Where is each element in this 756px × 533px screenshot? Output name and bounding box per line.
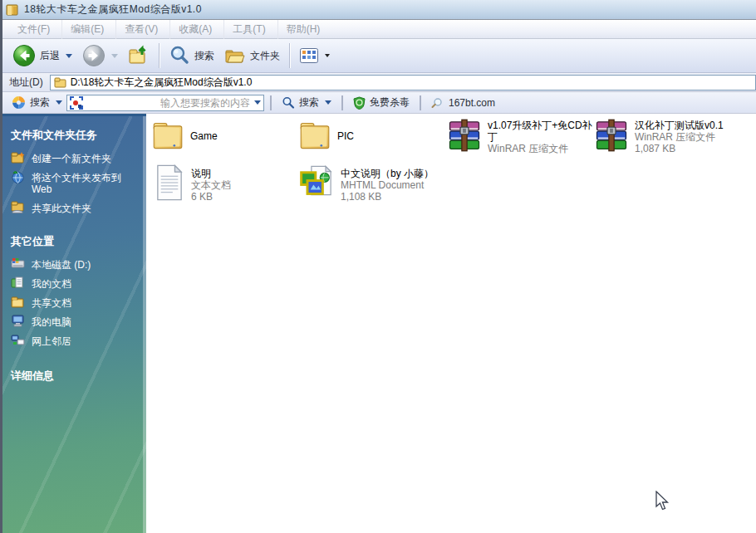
- folders-button[interactable]: 文件夹: [219, 42, 285, 69]
- site-magnifier-icon: [431, 97, 444, 109]
- toolbar-separator-1: [159, 43, 160, 68]
- search-input-dropdown-icon[interactable]: [254, 100, 261, 105]
- file-name: 说明: [191, 168, 231, 179]
- place-local-disk[interactable]: 本地磁盘 (D:): [11, 257, 140, 271]
- mhtml-document-icon: [299, 164, 334, 201]
- views-dropdown-icon[interactable]: [325, 54, 330, 57]
- publish-web-icon: [11, 170, 25, 184]
- menu-favorites[interactable]: 收藏(A): [170, 20, 224, 39]
- magnifier-icon: [282, 96, 295, 110]
- file-tile-shuoming[interactable]: 说明 文本文档 6 KB: [155, 164, 231, 203]
- search-input[interactable]: [86, 97, 250, 109]
- file-name: Game: [190, 119, 218, 142]
- site-label: 167bt.com: [449, 97, 495, 109]
- forward-button[interactable]: [77, 42, 123, 70]
- network-places-icon: [11, 334, 25, 346]
- toolbar-search-dropdown-icon[interactable]: [325, 100, 331, 105]
- searchbar-separator-1: [270, 95, 272, 110]
- new-folder-icon: [11, 151, 25, 164]
- file-size: 6 KB: [191, 191, 231, 203]
- swirl-search-button[interactable]: 搜索: [7, 94, 66, 111]
- place-label: 网上邻居: [32, 334, 71, 347]
- file-tile-zhongwen-shuoming[interactable]: 中文说明（by 小藤） MHTML Document 1,108 KB: [299, 164, 474, 203]
- antivirus-label: 免费杀毒: [370, 95, 410, 110]
- details-header: 详细信息: [11, 369, 140, 384]
- searchbar-separator-2: [341, 95, 343, 110]
- file-type: 文本文档: [191, 179, 231, 191]
- my-documents-icon: [11, 276, 25, 289]
- capture-icon[interactable]: [70, 96, 83, 110]
- toolbar-separator-2: [289, 43, 290, 68]
- place-my-computer[interactable]: 我的电脑: [11, 315, 140, 328]
- address-bar: 地址(D) D:\18轮大卡车之金属疯狂Mod综合版v1.0: [2, 73, 756, 92]
- task-publish-web[interactable]: 将这个文件夹发布到 Web: [11, 170, 140, 195]
- disk-drive-icon: [11, 257, 25, 269]
- places-header: 其它位置: [11, 234, 140, 249]
- views-button[interactable]: [294, 43, 335, 68]
- place-shared-documents[interactable]: 共享文档: [11, 296, 140, 309]
- place-my-documents[interactable]: 我的文档: [11, 276, 140, 290]
- file-name: PIC: [337, 119, 354, 142]
- views-grid-icon: [299, 46, 319, 66]
- text-document-icon: [155, 164, 184, 201]
- shared-documents-icon: [11, 296, 25, 308]
- file-type: WinRAR 压缩文件: [635, 131, 751, 143]
- menu-file[interactable]: 文件(F): [9, 20, 62, 39]
- standard-toolbar: 后退 搜索: [2, 39, 756, 73]
- toolbar-search-button[interactable]: 搜索: [277, 94, 336, 111]
- site-link[interactable]: 167bt.com: [427, 95, 499, 110]
- file-tile-rar-v107[interactable]: v1.07升级补丁+免CD补丁 WinRAR 压缩文件: [448, 119, 594, 154]
- back-label: 后退: [40, 49, 60, 63]
- back-icon: [12, 44, 36, 67]
- content-area: 文件和文件夹任务 创建一个新文件夹 将这个文件夹发布到 Web: [2, 114, 756, 533]
- file-type: WinRAR 压缩文件: [488, 143, 594, 154]
- file-name: v1.07升级补丁+免CD补丁: [488, 120, 594, 143]
- toolbar-search-field[interactable]: [66, 95, 264, 111]
- menu-bar: 文件(F) 编辑(E) 查看(V) 收藏(A) 工具(T) 帮助(H): [2, 20, 756, 39]
- file-tile-game[interactable]: Game: [152, 119, 218, 152]
- menu-view[interactable]: 查看(V): [116, 20, 170, 39]
- place-label: 共享文档: [32, 296, 71, 309]
- place-label: 我的文档: [32, 276, 71, 290]
- window-title: 18轮大卡车之金属疯狂Mod综合版v1.0: [24, 2, 202, 17]
- tasks-header: 文件和文件夹任务: [11, 128, 140, 143]
- file-tile-pic[interactable]: PIC: [299, 119, 354, 152]
- task-label: 共享此文件夹: [32, 201, 91, 214]
- file-tile-rar-hanhua[interactable]: 汉化补丁测试版v0.1 WinRAR 压缩文件 1,087 KB: [595, 119, 751, 154]
- search-icon: [169, 45, 190, 66]
- swirl-search-label: 搜索: [30, 95, 50, 110]
- menu-help[interactable]: 帮助(H): [278, 20, 332, 39]
- place-network[interactable]: 网上邻居: [11, 334, 140, 347]
- searchbar-separator-3: [420, 95, 421, 110]
- folder-up-icon: [128, 45, 150, 66]
- folder-icon: [299, 119, 331, 152]
- back-button[interactable]: 后退: [7, 42, 77, 70]
- menu-edit[interactable]: 编辑(E): [62, 20, 116, 39]
- swirl-search-dropdown-icon[interactable]: [56, 100, 62, 105]
- file-type: MHTML Document: [341, 179, 474, 191]
- winrar-archive-icon: [448, 119, 481, 152]
- file-list-area: Game PIC: [146, 114, 756, 533]
- task-label: 将这个文件夹发布到 Web: [32, 170, 130, 195]
- task-share-folder[interactable]: 共享此文件夹: [11, 201, 140, 214]
- menu-tools[interactable]: 工具(T): [224, 20, 277, 39]
- search-toolbar: 搜索 搜索 免费杀毒: [2, 92, 756, 114]
- explorer-window: 18轮大卡车之金属疯狂Mod综合版v1.0 文件(F) 编辑(E) 查看(V) …: [0, 0, 756, 533]
- back-dropdown-icon[interactable]: [66, 54, 72, 58]
- share-folder-icon: [11, 201, 25, 213]
- place-label: 我的电脑: [32, 315, 71, 328]
- file-name: 汉化补丁测试版v0.1: [635, 120, 751, 131]
- antivirus-button[interactable]: 免费杀毒: [349, 94, 414, 111]
- address-label: 地址(D): [9, 76, 43, 90]
- search-button[interactable]: 搜索: [164, 42, 219, 69]
- file-size: 1,087 KB: [635, 143, 751, 154]
- place-label: 本地磁盘 (D:): [32, 257, 91, 271]
- address-input[interactable]: D:\18轮大卡车之金属疯狂Mod综合版v1.0: [50, 75, 756, 90]
- forward-dropdown-icon[interactable]: [111, 54, 118, 58]
- up-button[interactable]: [123, 42, 155, 69]
- folders-icon: [224, 45, 246, 66]
- my-computer-icon: [11, 315, 25, 327]
- task-label: 创建一个新文件夹: [32, 151, 111, 164]
- folders-label: 文件夹: [250, 49, 280, 63]
- task-new-folder[interactable]: 创建一个新文件夹: [11, 151, 140, 164]
